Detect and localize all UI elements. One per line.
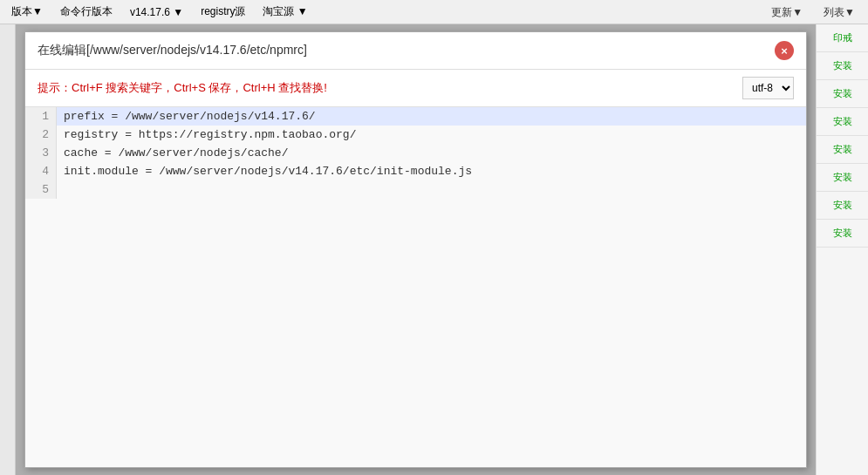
registry-source-btn[interactable]: registry源 <box>193 3 253 22</box>
right-sidebar-item-4[interactable]: 安装 <box>817 136 868 164</box>
code-line-2: 2 registry = https://registry.npm.taobao… <box>25 126 806 144</box>
right-sidebar-item-2[interactable]: 安装 <box>817 80 868 108</box>
modal-toolbar: 提示：Ctrl+F 搜索关键字，Ctrl+S 保存，Ctrl+H 查找替换! u… <box>25 70 806 106</box>
cmdline-version-btn[interactable]: 命令行版本 <box>52 3 120 22</box>
encoding-select[interactable]: utf-8 gbk <box>742 77 794 99</box>
code-line-1: 1 prefix = /www/server/nodejs/v14.17.6/ <box>25 107 806 126</box>
update-label: 更新▼ <box>771 6 803 18</box>
left-sidebar <box>0 24 16 475</box>
editor-modal: 在线编辑[/www/server/nodejs/v14.17.6/etc/npm… <box>24 31 807 468</box>
right-sidebar-item-0[interactable]: 印戒 <box>817 24 868 52</box>
line-content-3[interactable]: cache = /www/server/nodejs/cache/ <box>57 144 806 162</box>
version-menu-btn[interactable]: 版本▼ <box>3 3 51 22</box>
close-icon: × <box>781 45 788 57</box>
line-number-4: 4 <box>25 162 57 180</box>
line-number-1: 1 <box>25 107 57 126</box>
modal-title: 在线编辑[/www/server/nodejs/v14.17.6/etc/npm… <box>38 43 307 58</box>
version-menu-label: 版本▼ <box>11 4 43 19</box>
right-sidebar-item-1[interactable]: 安装 <box>817 52 868 80</box>
list-label: 列表▼ <box>824 6 855 18</box>
version-select-label: v14.17.6 ▼ <box>130 6 183 18</box>
cmdline-version-label: 命令行版本 <box>60 4 113 19</box>
line-number-3: 3 <box>25 144 57 162</box>
code-line-4: 4 init.module = /www/server/nodejs/v14.1… <box>25 162 806 180</box>
encoding-selector: utf-8 gbk <box>742 77 794 99</box>
taobao-source-btn[interactable]: 淘宝源 ▼ <box>255 3 315 22</box>
version-select-btn[interactable]: v14.17.6 ▼ <box>122 3 191 22</box>
line-content-1[interactable]: prefix = /www/server/nodejs/v14.17.6/ <box>57 107 806 126</box>
modal-overlay: 在线编辑[/www/server/nodejs/v14.17.6/etc/npm… <box>16 24 816 475</box>
registry-source-label: registry源 <box>201 4 245 19</box>
line-number-2: 2 <box>25 126 57 144</box>
right-sidebar-item-7[interactable]: 安装 <box>817 220 868 248</box>
line-number-5: 5 <box>25 180 57 199</box>
line-content-4[interactable]: init.module = /www/server/nodejs/v14.17.… <box>57 162 806 180</box>
modal-close-button[interactable]: × <box>775 41 794 60</box>
taobao-source-label: 淘宝源 ▼ <box>263 4 307 19</box>
code-line-3: 3 cache = /www/server/nodejs/cache/ <box>25 144 806 162</box>
hint-text: 提示：Ctrl+F 搜索关键字，Ctrl+S 保存，Ctrl+H 查找替换! <box>38 80 327 96</box>
right-sidebar-item-5[interactable]: 安装 <box>817 164 868 192</box>
modal-titlebar: 在线编辑[/www/server/nodejs/v14.17.6/etc/npm… <box>25 32 806 70</box>
right-sidebar: 印戒 安装 安装 安装 安装 安装 安装 安装 <box>816 24 868 475</box>
update-menu-btn[interactable]: 更新▼ <box>762 3 812 22</box>
list-menu-btn[interactable]: 列表▼ <box>814 3 865 22</box>
line-content-2[interactable]: registry = https://registry.npm.taobao.o… <box>57 126 806 144</box>
code-line-5: 5 <box>25 180 806 199</box>
main-toolbar: 版本▼ 命令行版本 v14.17.6 ▼ registry源 淘宝源 ▼ 更新▼… <box>0 0 868 24</box>
line-content-5[interactable] <box>57 180 806 199</box>
right-sidebar-item-6[interactable]: 安装 <box>817 192 868 220</box>
right-sidebar-item-3[interactable]: 安装 <box>817 108 868 136</box>
code-editor[interactable]: 1 prefix = /www/server/nodejs/v14.17.6/ … <box>25 106 806 467</box>
